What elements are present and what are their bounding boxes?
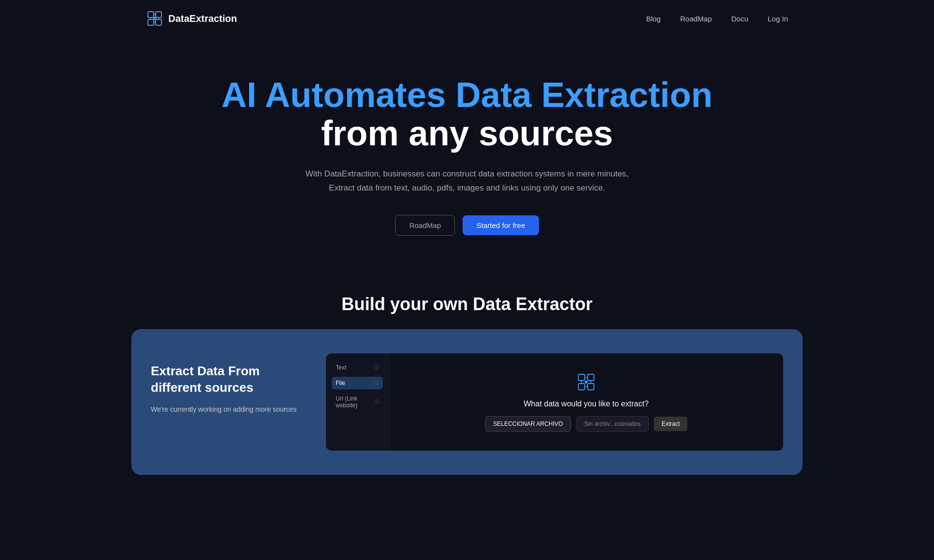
svg-rect-10 xyxy=(588,374,594,381)
mock-sidebar: Text ⓘ File ⓘ Url (Link website) ⓘ xyxy=(326,353,389,451)
mock-sidebar-text[interactable]: Text ⓘ xyxy=(332,361,383,374)
mock-main: What data would you like to extract? SEL… xyxy=(389,353,783,451)
info-icon: ⓘ xyxy=(374,364,379,371)
mock-sidebar-url[interactable]: Url (Link website) ⓘ xyxy=(332,392,383,412)
svg-rect-9 xyxy=(578,374,585,381)
logo-area: DataExtraction xyxy=(146,10,237,27)
roadmap-button[interactable]: RoadMap xyxy=(395,215,455,236)
section-title: Build your own Data Extractor xyxy=(0,294,934,315)
svg-rect-1 xyxy=(156,12,162,18)
mock-no-file-button: Sin archiv...ccionados xyxy=(576,416,649,432)
hero-title: AI Automates Data Extraction from any so… xyxy=(195,76,739,153)
nav-roadmap[interactable]: RoadMap xyxy=(680,15,712,23)
svg-rect-0 xyxy=(148,12,154,18)
svg-point-13 xyxy=(585,381,588,384)
nav-login[interactable]: Log In xyxy=(768,15,788,23)
mock-select-button[interactable]: SELECCIONAR ARCHIVO xyxy=(485,416,571,432)
mock-question: What data would you like to extract? xyxy=(523,400,648,408)
hero-title-white: from any sources xyxy=(321,114,613,153)
mock-extract-button[interactable]: Extract xyxy=(654,417,687,431)
hero-section: AI Automates Data Extraction from any so… xyxy=(0,37,934,265)
nav-blog[interactable]: Blog xyxy=(646,15,661,23)
svg-rect-3 xyxy=(156,19,162,25)
demo-left-title: Extract Data From different sources xyxy=(151,363,297,396)
mock-buttons-row: SELECCIONAR ARCHIVO Sin archiv...ccionad… xyxy=(485,416,688,432)
demo-left: Extract Data From different sources We'r… xyxy=(151,353,297,415)
logo-icon xyxy=(146,10,163,27)
hero-buttons: RoadMap Started for free xyxy=(195,215,739,236)
mock-logo-area xyxy=(576,372,596,392)
nav-links: Blog RoadMap Docu Log In xyxy=(646,15,788,23)
svg-rect-12 xyxy=(588,384,594,390)
hero-subtitle: With DataExtraction, businesses can cons… xyxy=(292,167,642,195)
started-button[interactable]: Started for free xyxy=(463,215,539,235)
demo-right: Text ⓘ File ⓘ Url (Link website) ⓘ xyxy=(326,353,783,451)
demo-left-subtitle: We're currently working on adding more s… xyxy=(151,404,297,415)
hero-title-blue: AI Automates Data Extraction xyxy=(221,75,713,114)
logo-text: DataExtraction xyxy=(168,13,237,24)
info-icon-file: ⓘ xyxy=(374,380,379,386)
svg-rect-11 xyxy=(578,384,585,390)
info-icon-url: ⓘ xyxy=(374,399,379,405)
svg-point-4 xyxy=(153,17,156,20)
section-title-area: Build your own Data Extractor xyxy=(0,265,934,329)
nav-docu[interactable]: Docu xyxy=(731,15,748,23)
mock-logo-icon xyxy=(576,372,596,392)
svg-rect-2 xyxy=(148,19,154,25)
mock-sidebar-file[interactable]: File ⓘ xyxy=(332,377,383,389)
navbar: DataExtraction Blog RoadMap Docu Log In xyxy=(0,0,934,37)
demo-container: Extract Data From different sources We'r… xyxy=(131,329,803,475)
